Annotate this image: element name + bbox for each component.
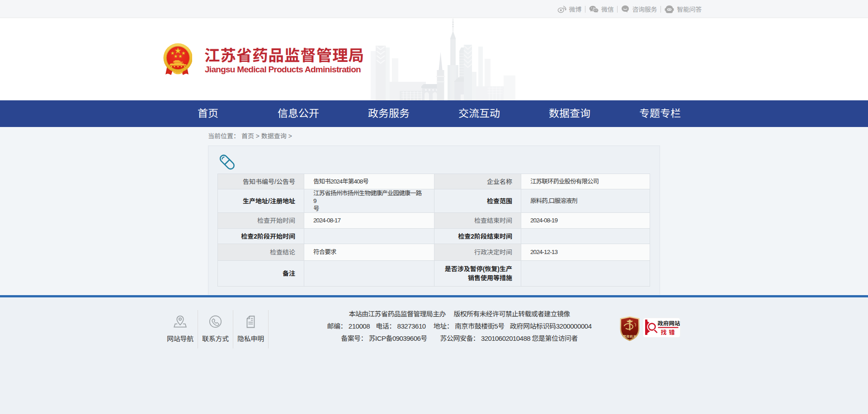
svg-text:党政机关: 党政机关 <box>623 334 637 339</box>
svg-text:找错: 找错 <box>660 328 677 336</box>
svg-text:政府网站: 政府网站 <box>658 319 680 327</box>
